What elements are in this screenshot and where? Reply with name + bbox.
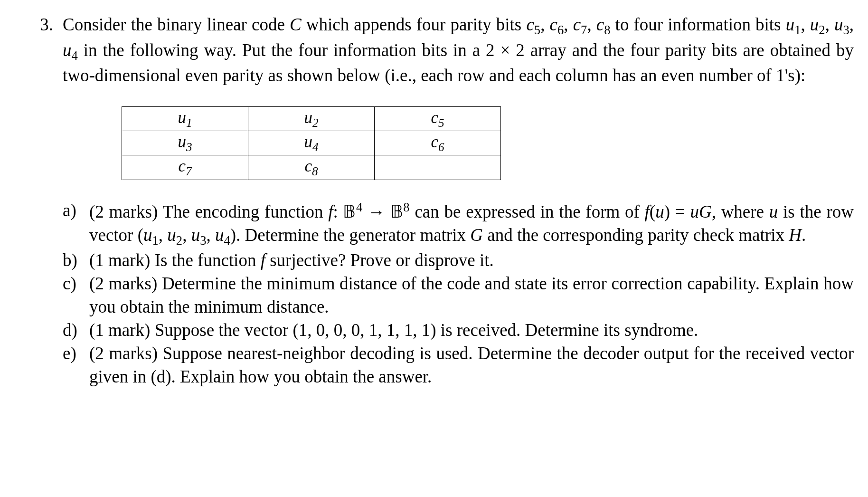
subpart-a: a) (2 marks) The encoding function f: 𝔹4… xyxy=(63,199,854,249)
table-row: u3 u4 c6 xyxy=(122,131,501,155)
page: 3. Consider the binary linear code C whi… xyxy=(0,0,868,497)
subpart-d: d) (1 mark) Suppose the vector (1, 0, 0,… xyxy=(63,319,854,342)
cell-c6: c6 xyxy=(375,131,501,155)
problem-statement: Consider the binary linear code C which … xyxy=(63,13,854,87)
cell-empty xyxy=(375,155,501,180)
subpart-b: b) (1 mark) Is the function f surjective… xyxy=(63,249,854,272)
cell-u4: u4 xyxy=(248,131,375,155)
subpart-e: e) (2 marks) Suppose nearest-neighbor de… xyxy=(63,342,854,389)
cell-c5: c5 xyxy=(375,106,501,131)
subpart-body: (2 marks) Suppose nearest-neighbor decod… xyxy=(89,342,854,389)
parity-array-table: u1 u2 c5 u3 u4 c6 c7 c8 xyxy=(122,106,501,180)
subpart-label: b) xyxy=(63,249,89,272)
subpart-body: (2 marks) The encoding function f: 𝔹4 → … xyxy=(89,199,854,249)
problem: 3. Consider the binary linear code C whi… xyxy=(14,13,854,388)
cell-u1: u1 xyxy=(122,106,248,131)
subpart-body: (2 marks) Determine the minimum distance… xyxy=(89,272,854,319)
cell-u2: u2 xyxy=(248,106,375,131)
table-row: u1 u2 c5 xyxy=(122,106,501,131)
subpart-c: c) (2 marks) Determine the minimum dista… xyxy=(63,272,854,319)
subpart-body: (1 mark) Is the function f surjective? P… xyxy=(89,249,854,272)
problem-body: Consider the binary linear code C which … xyxy=(63,13,854,388)
subpart-label: c) xyxy=(63,272,89,296)
table-row: c7 c8 xyxy=(122,155,501,180)
cell-c7: c7 xyxy=(122,155,248,180)
cell-c8: c8 xyxy=(248,155,375,180)
problem-number: 3. xyxy=(14,13,63,37)
cell-u3: u3 xyxy=(122,131,248,155)
subparts-list: a) (2 marks) The encoding function f: 𝔹4… xyxy=(63,199,854,389)
subpart-body: (1 mark) Suppose the vector (1, 0, 0, 0,… xyxy=(89,319,854,342)
subpart-label: e) xyxy=(63,342,89,365)
subpart-label: a) xyxy=(63,199,89,222)
subpart-label: d) xyxy=(63,319,89,342)
